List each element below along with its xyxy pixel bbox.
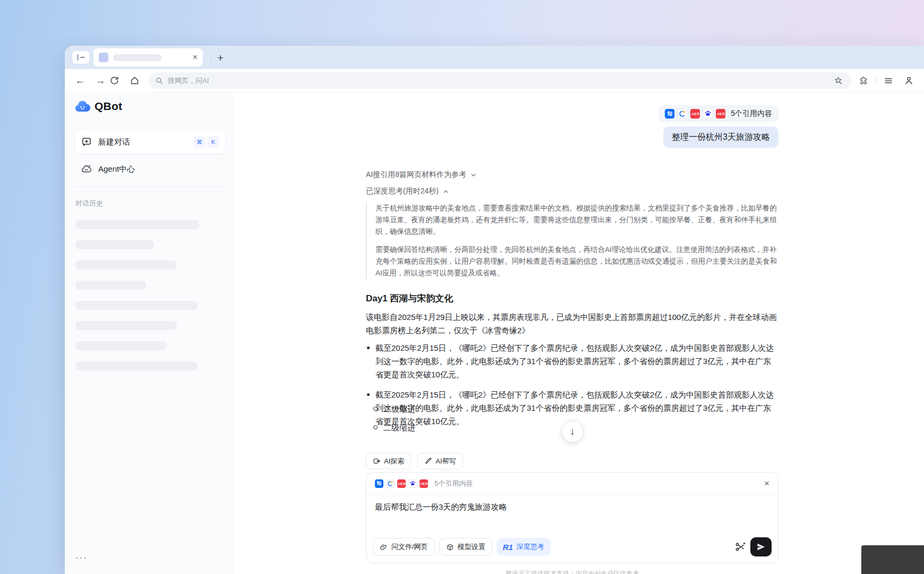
ai-write-pen-icon (424, 457, 432, 465)
user-avatar-icon (904, 75, 914, 86)
agent-cloud-icon (81, 164, 92, 174)
history-item-placeholder[interactable] (75, 341, 167, 350)
user-citation-pill[interactable]: 知 小红书 小红书 5个引用内容 (658, 105, 778, 122)
citation-count-label: 5个引用内容 (731, 109, 772, 119)
send-button[interactable] (750, 537, 772, 556)
answer-sub-bullet-list: 二级缩进 二级缩进 (373, 403, 415, 441)
qq-browser-icon (386, 479, 395, 488)
sub-bullet-item: 二级缩进 (373, 422, 415, 433)
answer-actions: AI探索 AI帮写 (366, 453, 463, 469)
qq-browser-icon (678, 109, 687, 119)
ai-disclaimer: 腾讯元宝提供技术支持｜内容由AI生成仅供参考 (366, 569, 778, 574)
new-chat-label: 新建对话 (98, 137, 130, 147)
screenshot-button[interactable] (734, 541, 746, 553)
new-chat-button[interactable]: 新建对话 ⌘ K (74, 130, 226, 154)
history-item-placeholder[interactable] (75, 260, 177, 269)
sidebar-more-button[interactable]: ··· (75, 553, 88, 563)
back-button[interactable]: ← (73, 75, 87, 86)
new-tab-button[interactable]: + (217, 52, 224, 63)
composer-input[interactable]: 最后帮我汇总一份3天的穷鬼旅游攻略 (366, 495, 778, 512)
composer-citation-count: 5个引用内容 (434, 479, 473, 488)
model-settings-label: 模型设置 (458, 542, 485, 552)
deep-thinking-toggle[interactable]: 已深度思考(用时24秒) (366, 187, 449, 196)
home-button[interactable] (127, 75, 141, 86)
scroll-to-bottom-button[interactable]: ↓ (562, 421, 583, 442)
baidu-icon (703, 109, 713, 119)
forward-button[interactable]: → (93, 75, 107, 86)
app-logo-text: QBot (95, 100, 122, 113)
browser-tab[interactable]: × (93, 48, 203, 66)
qbot-cloud-logo-icon (74, 100, 90, 113)
attach-file-button[interactable]: 问文件/网页 (373, 538, 435, 556)
puzzle-icon (859, 75, 869, 86)
search-references-label: AI搜引用8篇网页材料作为参考 (366, 170, 466, 180)
ai-explore-icon (373, 457, 381, 465)
history-item-placeholder[interactable] (75, 361, 198, 370)
attach-file-label: 问文件/网页 (391, 542, 428, 552)
menu-button[interactable] (882, 76, 895, 86)
composer: 知 小红书 小红书 5个引用内容 × 最后帮我汇总一份3天的穷鬼旅游攻略 (366, 472, 778, 563)
history-item-placeholder[interactable] (75, 240, 154, 249)
address-bar[interactable]: 搜网页，问AI (149, 72, 851, 89)
ai-explore-label: AI探索 (384, 457, 404, 466)
history-section-label: 对话历史 (75, 199, 103, 208)
history-item-placeholder[interactable] (75, 281, 146, 290)
xiaohongshu-icon: 小红书 (716, 109, 725, 119)
paperclip-icon (380, 543, 388, 551)
address-bar-placeholder: 搜网页，问AI (168, 76, 831, 86)
deep-think-label: 深度思考 (517, 542, 544, 552)
new-chat-icon (81, 137, 92, 147)
sidebar-divider (74, 187, 226, 187)
tab-title-placeholder (113, 54, 162, 61)
answer-heading: Day1 西湖与宋韵文化 (366, 292, 453, 305)
deep-think-toggle[interactable]: R1 深度思考 (497, 538, 551, 556)
bookmark-star-icon (834, 76, 843, 85)
ai-write-button[interactable]: AI帮写 (417, 453, 463, 469)
tab-close-button[interactable]: × (193, 53, 198, 62)
history-item-placeholder[interactable] (75, 301, 198, 310)
composer-citation-row: 知 小红书 小红书 5个引用内容 × (366, 472, 778, 495)
search-icon (155, 77, 164, 85)
model-settings-button[interactable]: 模型设置 (439, 538, 492, 556)
model-cube-icon (446, 543, 454, 551)
reload-icon (109, 75, 119, 86)
ai-write-label: AI帮写 (435, 457, 456, 466)
history-item-placeholder[interactable] (75, 220, 199, 229)
browser-window: × + ← → 搜网页，问AI (65, 46, 924, 574)
extensions-button[interactable] (857, 75, 870, 86)
ai-explore-button[interactable]: AI探索 (366, 453, 411, 469)
profile-button[interactable] (902, 75, 916, 86)
bullet-item: 截至2025年2月15日，《哪吒2》已经创下了多个票房纪录，包括观影人次突破2亿… (366, 341, 778, 381)
zhihu-icon: 知 (665, 109, 674, 119)
sidebar-item-agent-center[interactable]: Agent中心 (74, 161, 226, 178)
browser-toolbar: ← → 搜网页，问AI (65, 69, 924, 92)
send-plane-icon (756, 542, 766, 552)
thinking-paragraph: 关于杭州旅游攻略中的美食地点，需要查看搜索结果中的文档。根据提供的搜索结果，文档… (375, 202, 778, 238)
cmd-key-badge: ⌘ (194, 137, 205, 147)
composer-toolbar: 问文件/网页 模型设置 R1 深度思考 (373, 537, 772, 556)
scissors-icon (734, 541, 746, 553)
chat-area: 知 小红书 小红书 5个引用内容 整理一份杭州3天旅游攻略 AI搜引用8篇网页材… (234, 92, 924, 574)
sidebar-toggle-icon (77, 54, 79, 61)
bookmark-button[interactable] (831, 76, 845, 85)
xiaohongshu-icon: 小红书 (420, 479, 428, 488)
xiaohongshu-icon: 小红书 (397, 479, 406, 488)
minimize-icon (80, 57, 85, 58)
thinking-content: 关于杭州旅游攻略中的美食地点，需要查看搜索结果中的文档。根据提供的搜索结果，文档… (366, 202, 778, 279)
zhihu-icon: 知 (375, 479, 383, 488)
tab-strip: × + (65, 46, 924, 69)
tab-favicon (99, 53, 108, 62)
tab-strip-controls[interactable] (72, 51, 89, 64)
chevron-up-icon (442, 188, 449, 195)
citation-close-button[interactable]: × (764, 479, 769, 488)
sub-bullet-item: 二级缩进 (373, 403, 415, 415)
deep-thinking-label: 已深度思考(用时24秒) (366, 187, 439, 196)
tab-divider (211, 53, 211, 62)
home-icon (130, 75, 140, 86)
video-overlay[interactable] (861, 545, 924, 574)
thinking-paragraph: 需要确保回答结构清晰，分两部分处理，先回答杭州的美食地点，再结合AI理论给出优化… (375, 244, 778, 279)
reload-button[interactable] (107, 75, 121, 86)
history-item-placeholder[interactable] (75, 321, 177, 330)
toolbar-divider (876, 77, 876, 85)
search-references-toggle[interactable]: AI搜引用8篇网页材料作为参考 (366, 170, 477, 180)
